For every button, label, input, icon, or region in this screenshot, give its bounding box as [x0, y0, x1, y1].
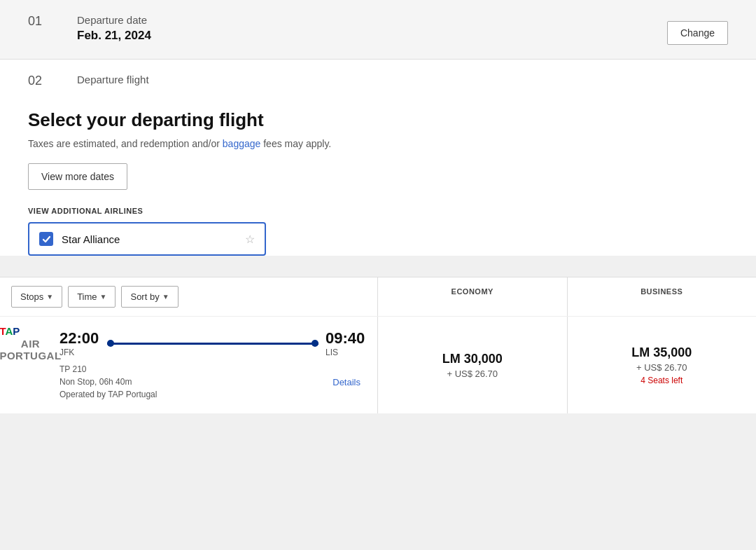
flight-top-row: TAP AIR PORTUGAL 22:00 JFK [11, 329, 366, 357]
economy-usd: + US$ 26.70 [447, 369, 498, 379]
business-miles: LM 35,000 [631, 345, 692, 360]
details-link[interactable]: Details [332, 377, 360, 387]
change-button[interactable]: Change [667, 21, 728, 45]
taxes-note-text-before: Taxes are estimated, and redemption and/… [28, 138, 223, 149]
step-02-number: 02 [28, 74, 56, 88]
airline-sub-label: AIR PORTUGAL [0, 338, 62, 362]
departure-airport: JFK [59, 348, 74, 357]
flight-times: 22:00 JFK 09:40 LIS [59, 329, 366, 357]
taxes-note: Taxes are estimated, and redemption and/… [28, 138, 728, 149]
additional-airlines-label: VIEW ADDITIONAL AIRLINES [28, 207, 728, 215]
stops-filter-button[interactable]: Stops ▼ [11, 286, 62, 308]
alliance-name: Star Alliance [62, 233, 120, 245]
departure-date-value: Feb. 21, 2024 [77, 29, 151, 43]
time-filter-button[interactable]: Time ▼ [68, 286, 115, 308]
seats-left-badge: 4 Seats left [640, 376, 682, 385]
section-01: 01 Departure date Feb. 21, 2024 Change [0, 0, 756, 60]
business-cell[interactable]: LM 35,000 + US$ 26.70 4 Seats left [568, 317, 757, 413]
flight-detail-row: TP 210 Non Stop, 06h 40m Operated by TAP… [11, 363, 366, 401]
track-dot-right [312, 340, 318, 347]
tap-a: A [5, 325, 13, 337]
taxes-note-text-after: fees may apply. [260, 138, 331, 149]
stops-label: Stops [20, 291, 43, 302]
departure-block: 22:00 JFK [59, 329, 100, 357]
business-usd: + US$ 26.70 [636, 362, 687, 373]
star-icon[interactable]: ☆ [245, 233, 255, 246]
step-01-number: 01 [28, 14, 56, 29]
alliance-left: Star Alliance [39, 232, 120, 246]
track-dot-left [107, 340, 114, 347]
business-column-header: BUSINESS [568, 277, 757, 316]
time-chevron-icon: ▼ [100, 293, 107, 301]
time-label: Time [77, 291, 97, 302]
table-row: TAP AIR PORTUGAL 22:00 JFK [0, 316, 756, 413]
flight-stops: Non Stop, 06h 40m [59, 376, 157, 388]
sort-by-chevron-icon: ▼ [162, 293, 169, 301]
track-body [107, 343, 318, 345]
flight-info-cell: TAP AIR PORTUGAL 22:00 JFK [0, 317, 378, 413]
select-flight-title: Select your departing flight [28, 109, 728, 131]
section-01-left: 01 Departure date Feb. 21, 2024 [28, 14, 151, 43]
flight-meta: TP 210 Non Stop, 06h 40m Operated by TAP… [59, 363, 157, 401]
economy-column-header: ECONOMY [378, 277, 568, 316]
filter-bar-section: Stops ▼ Time ▼ Sort by ▼ ECONOMY BUSINES… [0, 277, 756, 413]
baggage-link[interactable]: baggage [223, 138, 261, 149]
flight-number: TP 210 [59, 363, 157, 376]
page-wrapper: 01 Departure date Feb. 21, 2024 Change 0… [0, 0, 756, 413]
flight-line [107, 343, 318, 345]
stops-chevron-icon: ▼ [46, 293, 53, 301]
tap-p: P [13, 325, 20, 337]
sort-by-filter-button[interactable]: Sort by ▼ [121, 286, 178, 308]
section-02-header: 02 Departure flight [28, 74, 728, 88]
operated-by: Operated by TAP Portugal [59, 388, 157, 401]
section-02-content: Select your departing flight Taxes are e… [28, 102, 728, 256]
section-01-content: Departure date Feb. 21, 2024 [77, 14, 151, 43]
flight-track [107, 343, 318, 345]
departure-date-label: Departure date [77, 14, 151, 26]
view-dates-button[interactable]: View more dates [28, 163, 127, 190]
economy-miles: LM 30,000 [442, 352, 503, 366]
sort-by-label: Sort by [130, 291, 159, 302]
section-02: 02 Departure flight Select your departin… [0, 60, 756, 256]
filter-left: Stops ▼ Time ▼ Sort by ▼ [0, 277, 378, 316]
departure-flight-label: Departure flight [77, 74, 149, 85]
economy-cell[interactable]: LM 30,000 + US$ 26.70 [378, 317, 568, 413]
airline-logo: TAP AIR PORTUGAL [11, 331, 50, 355]
alliance-checkbox-row[interactable]: Star Alliance ☆ [28, 222, 266, 256]
arrival-block: 09:40 LIS [326, 329, 366, 357]
arrival-time: 09:40 [326, 329, 366, 348]
alliance-checkbox[interactable] [39, 232, 53, 246]
arrival-airport: LIS [326, 348, 338, 357]
filter-results-area: Stops ▼ Time ▼ Sort by ▼ ECONOMY BUSINES… [0, 277, 756, 316]
departure-time: 22:00 [59, 329, 100, 348]
